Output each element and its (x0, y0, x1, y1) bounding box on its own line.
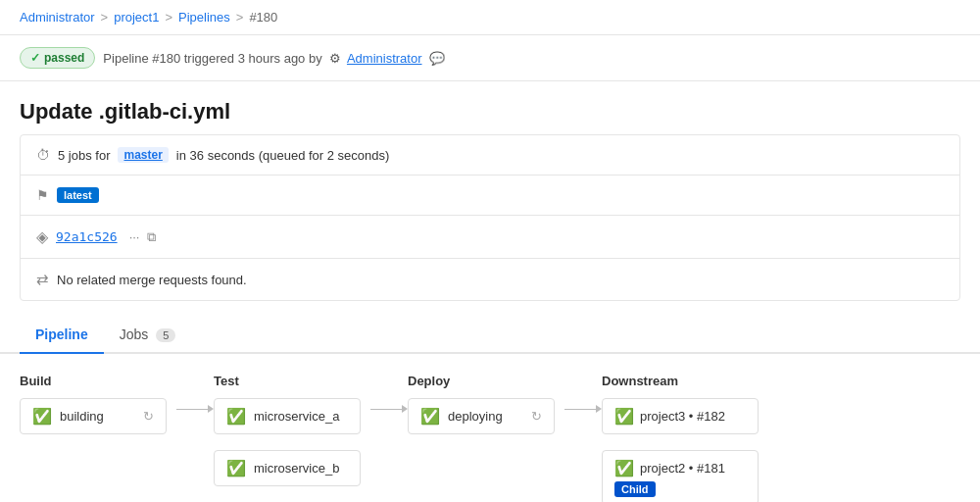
merge-icon: ⇄ (36, 271, 49, 288)
breadcrumb-pipelines[interactable]: Pipelines (178, 10, 230, 25)
job-building-retry[interactable]: ↻ (143, 409, 154, 424)
commit-icon: ◈ (36, 227, 48, 246)
downstream-project3-name: project3 • #182 (640, 409, 725, 424)
breadcrumb-sep-3: > (236, 10, 244, 25)
pipeline-trigger-text: Pipeline #180 triggered 3 hours ago by ⚙… (103, 51, 445, 66)
deploy-jobs: ✅ deploying ↻ (408, 398, 564, 434)
job-microservice-a-name: microservice_a (254, 409, 348, 424)
jobs-info-row: ⏱ 5 jobs for master in 36 seconds (queue… (21, 135, 959, 176)
tab-pipeline[interactable]: Pipeline (20, 317, 104, 354)
stage-build-title: Build (20, 374, 176, 388)
job-microservice-b-name: microservice_b (254, 461, 348, 476)
connector-deploy-downstream (564, 405, 602, 413)
build-jobs: ✅ building ↻ (20, 398, 176, 434)
breadcrumb-sep-1: > (101, 10, 109, 25)
jobs-count-badge: 5 (156, 328, 175, 342)
stage-test-title: Test (214, 374, 370, 388)
breadcrumb-project1[interactable]: project1 (114, 10, 159, 25)
tabs: Pipeline Jobs 5 (0, 317, 980, 354)
job-deploying-name: deploying (448, 409, 523, 424)
job-microservice-a[interactable]: ✅ microservice_a (214, 398, 361, 434)
stage-build: Build ✅ building ↻ (20, 374, 176, 434)
commit-dots[interactable]: ··· (129, 229, 140, 244)
pipeline-graph: Build ✅ building ↻ Test ✅ microservice_a… (0, 354, 980, 502)
downstream-project3[interactable]: ✅ project3 • #182 (602, 398, 759, 434)
connector-test-deploy (370, 405, 408, 413)
test-jobs: ✅ microservice_a ✅ microservice_b ✅ test… (214, 398, 370, 502)
clock-icon: ⏱ (36, 147, 50, 163)
downstream-project2-badges: Child (614, 481, 746, 496)
info-box: ⏱ 5 jobs for master in 36 seconds (queue… (20, 134, 960, 301)
commit-row: ◈ 92a1c526 ··· ⧉ (21, 216, 959, 259)
job-deploying[interactable]: ✅ deploying ↻ (408, 398, 555, 434)
downstream-project3-row: ✅ project3 • #182 (614, 407, 746, 426)
breadcrumb: Administrator > project1 > Pipelines > #… (0, 0, 980, 35)
branch-link[interactable]: master (118, 147, 168, 163)
breadcrumb-current: #180 (249, 10, 277, 25)
stage-test: Test ✅ microservice_a ✅ microservice_b ✅… (214, 374, 370, 502)
downstream-project3-status: ✅ (614, 407, 634, 426)
comment-icon: 💬 (429, 51, 445, 66)
merge-text: No related merge requests found. (57, 273, 247, 287)
latest-badge: latest (57, 187, 99, 203)
commit-hash-link[interactable]: 92a1c526 (56, 229, 118, 244)
job-microservice-b-status: ✅ (226, 459, 246, 477)
conn-line-3 (564, 409, 596, 410)
bot-icon: ⚙ (329, 51, 341, 66)
job-building-name: building (60, 409, 135, 424)
copy-icon[interactable]: ⧉ (147, 229, 156, 245)
breadcrumb-administrator[interactable]: Administrator (20, 10, 95, 25)
status-label: passed (44, 51, 84, 65)
breadcrumb-sep-2: > (165, 10, 172, 25)
downstream-project2-row: ✅ project2 • #181 (614, 459, 746, 477)
downstream-project2-status: ✅ (614, 459, 634, 477)
status-badge: ✓ passed (20, 47, 95, 69)
job-building[interactable]: ✅ building ↻ (20, 398, 167, 434)
stage-downstream-title: Downstream (602, 374, 778, 388)
downstream-project2[interactable]: ✅ project2 • #181 Child (602, 450, 759, 502)
conn-line-1 (176, 409, 208, 410)
child-badge: Child (614, 481, 656, 497)
merge-row: ⇄ No related merge requests found. (21, 259, 959, 300)
pipeline-header: ✓ passed Pipeline #180 triggered 3 hours… (0, 35, 980, 81)
job-microservice-a-status: ✅ (226, 407, 246, 426)
downstream-jobs: ✅ project3 • #182 ✅ project2 • #181 Chil… (602, 398, 778, 502)
job-building-status: ✅ (32, 407, 52, 426)
stage-deploy-title: Deploy (408, 374, 564, 388)
stage-deploy: Deploy ✅ deploying ↻ (408, 374, 564, 434)
tab-jobs[interactable]: Jobs 5 (104, 317, 192, 354)
connector-build-test (176, 405, 214, 413)
check-icon: ✓ (30, 51, 40, 65)
conn-line-2 (370, 409, 402, 410)
downstream-project2-name: project2 • #181 (640, 461, 725, 476)
jobs-text: 5 jobs for (58, 148, 110, 163)
job-deploying-status: ✅ (420, 407, 440, 426)
flag-icon: ⚑ (36, 187, 49, 203)
stage-downstream: Downstream ✅ project3 • #182 ✅ project2 … (602, 374, 778, 502)
job-microservice-b[interactable]: ✅ microservice_b (214, 450, 361, 486)
job-deploying-retry[interactable]: ↻ (531, 409, 542, 424)
pipeline-user-link[interactable]: Administrator (347, 51, 422, 66)
page-title: Update .gitlab-ci.yml (0, 81, 980, 134)
latest-row: ⚑ latest (21, 176, 959, 216)
duration-text: in 36 seconds (queued for 2 seconds) (176, 148, 390, 163)
